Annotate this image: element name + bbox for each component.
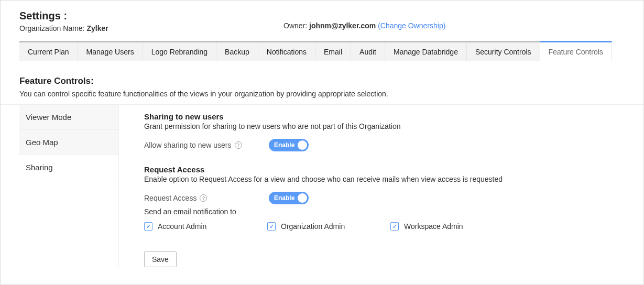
allow-sharing-toggle[interactable]: Enable xyxy=(269,139,309,151)
owner-block: Owner: johnm@zylker.com (Change Ownershi… xyxy=(283,21,445,30)
tab-manage-databridge[interactable]: Manage Databridge xyxy=(385,42,467,61)
change-ownership-link[interactable]: (Change Ownership) xyxy=(378,21,445,30)
recipient-row: ✓Account Admin✓Organization Admin✓Worksp… xyxy=(144,222,629,231)
org-label: Organization Name: xyxy=(19,24,86,32)
recipient-label: Organization Admin xyxy=(281,222,345,231)
side-menu: Viewer ModeGeo MapSharing xyxy=(19,105,119,267)
tab-audit[interactable]: Audit xyxy=(351,42,385,61)
recipient-label: Account Admin xyxy=(158,222,206,231)
recipient-label: Workspace Admin xyxy=(404,222,463,231)
tab-current-plan[interactable]: Current Plan xyxy=(19,42,78,61)
recipient-account-admin[interactable]: ✓Account Admin xyxy=(144,222,267,231)
content-panel: Sharing to new users Grant permission fo… xyxy=(119,105,629,267)
tab-backup[interactable]: Backup xyxy=(216,42,258,61)
toggle-knob xyxy=(298,193,307,203)
tab-manage-users[interactable]: Manage Users xyxy=(78,42,143,61)
side-item-sharing[interactable]: Sharing xyxy=(19,155,118,180)
toggle-label: Enable xyxy=(274,141,294,149)
recipient-organization-admin[interactable]: ✓Organization Admin xyxy=(267,222,390,231)
page-title: Settings : xyxy=(19,10,629,22)
side-item-geo-map[interactable]: Geo Map xyxy=(19,130,118,155)
section-description: You can control specific feature functio… xyxy=(19,90,629,98)
tab-security-controls[interactable]: Security Controls xyxy=(467,42,540,61)
recipient-workspace-admin[interactable]: ✓Workspace Admin xyxy=(390,222,514,231)
checkbox-icon: ✓ xyxy=(267,222,276,231)
tabbar: Current PlanManage UsersLogo RebrandingB… xyxy=(19,41,605,61)
org-name: Zylker xyxy=(86,24,108,32)
allow-sharing-label: Allow sharing to new users xyxy=(144,141,232,149)
request-block-title: Request Access xyxy=(144,165,629,174)
notification-label: Send an email notification to xyxy=(144,207,629,216)
save-button[interactable]: Save xyxy=(144,251,177,267)
checkbox-icon: ✓ xyxy=(144,222,152,231)
tab-feature-controls[interactable]: Feature Controls xyxy=(540,41,612,61)
section-heading: Feature Controls: xyxy=(19,76,629,86)
side-item-viewer-mode[interactable]: Viewer Mode xyxy=(19,105,118,130)
owner-label: Owner: xyxy=(283,21,309,30)
request-access-toggle[interactable]: Enable xyxy=(269,192,309,204)
toggle-knob xyxy=(298,140,307,150)
sharing-block-desc: Grant permission for sharing to new user… xyxy=(144,122,629,130)
request-access-label: Request Access xyxy=(144,194,197,202)
tab-email[interactable]: Email xyxy=(315,42,351,61)
tab-notifications[interactable]: Notifications xyxy=(258,42,315,61)
request-block-desc: Enable option to Request Access for a vi… xyxy=(144,175,629,183)
owner-email: johnm@zylker.com xyxy=(309,21,376,30)
toggle-label: Enable xyxy=(274,194,294,202)
help-icon[interactable]: ? xyxy=(235,141,242,149)
sharing-block-title: Sharing to new users xyxy=(144,112,629,121)
help-icon[interactable]: ? xyxy=(200,194,207,202)
checkbox-icon: ✓ xyxy=(390,222,399,231)
tab-logo-rebranding[interactable]: Logo Rebranding xyxy=(143,42,216,61)
